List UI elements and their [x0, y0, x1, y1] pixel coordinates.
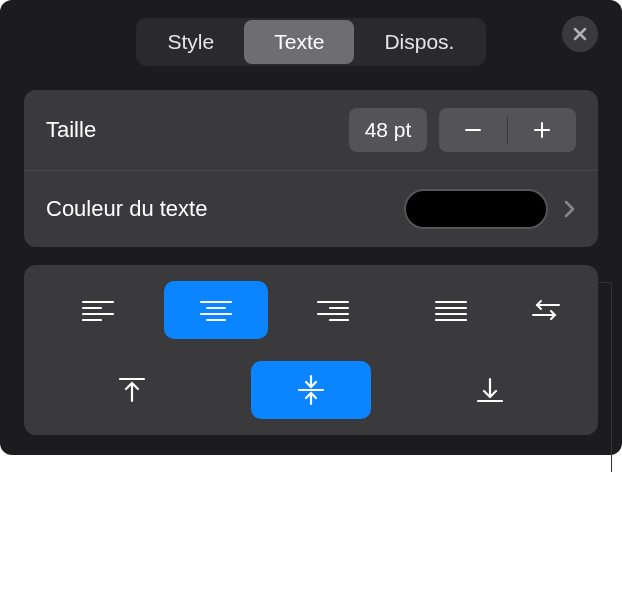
text-properties-card: Taille 48 pt Couleur du texte — [24, 90, 598, 247]
text-direction-button[interactable] — [516, 281, 576, 339]
align-center-button[interactable] — [164, 281, 268, 339]
panel-header: Style Texte Dispos. — [0, 0, 622, 90]
tab-style[interactable]: Style — [138, 20, 245, 64]
size-stepper — [439, 108, 576, 152]
callout-line — [611, 282, 612, 472]
size-row: Taille 48 pt — [24, 90, 598, 170]
format-panel: Style Texte Dispos. Taille 48 pt — [0, 0, 622, 455]
text-direction-icon — [531, 298, 561, 322]
tab-layout[interactable]: Dispos. — [354, 20, 484, 64]
plus-icon — [532, 120, 552, 140]
align-center-icon — [199, 299, 233, 321]
tab-text[interactable]: Texte — [244, 20, 354, 64]
size-controls: 48 pt — [349, 108, 576, 152]
align-left-button[interactable] — [46, 281, 150, 339]
minus-icon — [463, 120, 483, 140]
size-decrease-button[interactable] — [439, 108, 507, 152]
align-left-icon — [81, 299, 115, 321]
horizontal-alignment-row — [46, 281, 576, 339]
chevron-right-icon — [564, 199, 576, 219]
size-value-field[interactable]: 48 pt — [349, 108, 427, 152]
align-justify-button[interactable] — [399, 281, 503, 339]
vertical-alignment-row — [46, 361, 576, 419]
valign-middle-button[interactable] — [251, 361, 371, 419]
valign-bottom-icon — [475, 375, 505, 405]
text-color-label: Couleur du texte — [46, 196, 207, 222]
valign-top-button[interactable] — [72, 361, 192, 419]
align-right-icon — [316, 299, 350, 321]
text-color-row[interactable]: Couleur du texte — [24, 170, 598, 247]
close-button[interactable] — [562, 16, 598, 52]
align-right-button[interactable] — [281, 281, 385, 339]
align-justify-icon — [434, 299, 468, 321]
valign-middle-icon — [296, 374, 326, 406]
alignment-card — [24, 265, 598, 435]
tab-segmented-control: Style Texte Dispos. — [136, 18, 487, 66]
valign-bottom-button[interactable] — [430, 361, 550, 419]
size-increase-button[interactable] — [508, 108, 576, 152]
valign-top-icon — [117, 375, 147, 405]
size-label: Taille — [46, 117, 96, 143]
callout-tick — [596, 282, 612, 283]
close-icon — [572, 26, 588, 42]
text-color-swatch[interactable] — [404, 189, 548, 229]
